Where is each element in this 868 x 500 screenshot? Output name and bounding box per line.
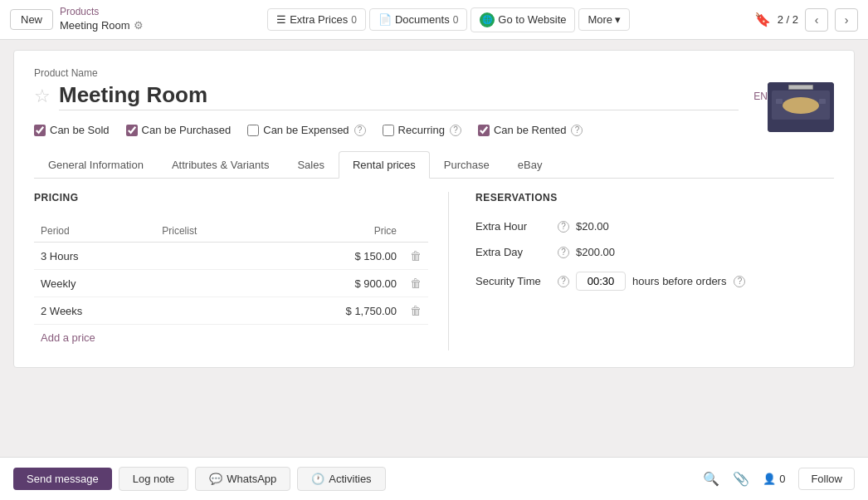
security-time-label: Security Time: [475, 275, 550, 287]
action-cell: 🗑: [403, 243, 428, 270]
can-be-sold-input[interactable]: [34, 125, 46, 136]
tab-attributes-variants[interactable]: Attributes & Variants: [158, 151, 284, 179]
action-column-header: [403, 220, 428, 243]
period-cell: 3 Hours: [34, 243, 155, 270]
whatsapp-icon: 💬: [209, 473, 222, 485]
recurring-help-icon: ?: [450, 125, 461, 136]
period-cell: Weekly: [34, 270, 155, 297]
price-cell: $ 1,750.00: [261, 297, 403, 325]
svg-rect-10: [789, 86, 812, 89]
breadcrumb-current-row: Meeting Room ⚙: [60, 19, 144, 33]
product-name-label: Product Name: [34, 67, 834, 79]
tab-content: PRICING Period Pricelist Price 3 Hours: [34, 192, 834, 350]
tab-sales[interactable]: Sales: [283, 151, 339, 179]
svg-rect-6: [814, 95, 819, 99]
reservations-section: RESERVATIONS Extra Hour ? $20.00 Extra D…: [449, 192, 834, 350]
log-note-button[interactable]: Log note: [119, 467, 189, 491]
send-message-button[interactable]: Send message: [13, 468, 112, 490]
can-be-rented-input[interactable]: [478, 125, 490, 136]
main-content: Product Name ☆ EN Can be Sold Can be: [0, 40, 868, 457]
breadcrumb-parent[interactable]: Products: [60, 6, 144, 19]
can-be-sold-checkbox[interactable]: Can be Sold: [34, 124, 110, 136]
hours-before-help-icon: ?: [734, 276, 745, 287]
delete-row-icon[interactable]: 🗑: [410, 277, 422, 290]
extra-prices-count: 0: [351, 14, 357, 26]
list-icon: ☰: [276, 13, 286, 26]
can-be-expensed-checkbox[interactable]: Can be Expensed ?: [247, 124, 365, 136]
follow-button[interactable]: Follow: [798, 468, 855, 490]
go-website-button[interactable]: 🌐 Go to Website: [471, 7, 575, 32]
bottom-right: 🔍 📎 👤 0 Follow: [703, 468, 855, 490]
tab-purchase[interactable]: Purchase: [430, 151, 504, 179]
bookmark-icon[interactable]: 🔖: [754, 12, 771, 27]
table-row: 2 Weeks $ 1,750.00 🗑: [34, 297, 428, 325]
recurring-checkbox[interactable]: Recurring ?: [383, 124, 461, 136]
delete-row-icon[interactable]: 🗑: [410, 249, 422, 262]
language-selector[interactable]: EN: [753, 91, 768, 102]
security-time-input[interactable]: [576, 272, 626, 291]
topbar-right: 🔖 2 / 2 ‹ ›: [754, 8, 858, 32]
activities-button[interactable]: 🕐 Activities: [297, 467, 385, 491]
more-button[interactable]: More ▾: [578, 8, 630, 31]
add-price-link[interactable]: Add a price: [34, 325, 102, 350]
can-be-sold-label: Can be Sold: [50, 124, 110, 136]
recurring-input[interactable]: [383, 125, 394, 136]
topbar: New Products Meeting Room ⚙ ☰ Extra Pric…: [0, 0, 868, 40]
can-be-purchased-checkbox[interactable]: Can be Purchased: [126, 124, 232, 136]
can-be-expensed-input[interactable]: [247, 125, 259, 136]
new-button[interactable]: New: [10, 9, 53, 30]
nav-info: 2 / 2: [778, 13, 798, 26]
pricelist-cell: [155, 243, 261, 270]
recurring-label: Recurring: [398, 124, 445, 136]
can-be-purchased-input[interactable]: [126, 125, 138, 136]
tab-ebay[interactable]: eBay: [504, 151, 557, 179]
product-image[interactable]: [768, 82, 834, 132]
documents-button[interactable]: 📄 Documents 0: [369, 8, 467, 31]
svg-rect-8: [807, 92, 811, 96]
form-card: Product Name ☆ EN Can be Sold Can be: [13, 50, 855, 368]
activities-label: Activities: [329, 473, 371, 485]
tabs-row: General Information Attributes & Variant…: [34, 151, 834, 179]
product-header: ☆ EN Can be Sold Can be Purchased: [34, 82, 834, 136]
paperclip-icon[interactable]: 📎: [733, 471, 749, 487]
tab-general-information[interactable]: General Information: [34, 151, 158, 179]
checkboxes-row: Can be Sold Can be Purchased Can be Expe…: [34, 124, 768, 136]
svg-rect-3: [776, 99, 783, 104]
action-cell: 🗑: [403, 297, 428, 325]
table-row: 3 Hours $ 150.00 🗑: [34, 243, 428, 270]
pricing-table: Period Pricelist Price 3 Hours $ 150.00 …: [34, 220, 428, 325]
can-be-rented-checkbox[interactable]: Can be Rented ?: [478, 124, 583, 136]
bottom-bar: Send message Log note 💬 WhatsApp 🕐 Activ…: [0, 457, 868, 500]
product-title-input[interactable]: [59, 82, 739, 110]
table-row: Weekly $ 900.00 🗑: [34, 270, 428, 297]
whatsapp-button[interactable]: 💬 WhatsApp: [195, 467, 290, 491]
extra-hour-help-icon: ?: [558, 221, 569, 233]
extra-hour-label: Extra Hour: [475, 220, 550, 233]
svg-point-2: [783, 97, 819, 114]
extra-prices-button[interactable]: ☰ Extra Prices 0: [267, 8, 366, 31]
extra-day-value: $200.00: [576, 246, 615, 258]
extra-day-row: Extra Day ? $200.00: [475, 246, 834, 258]
price-cell: $ 900.00: [261, 270, 403, 297]
followers-count: 👤 0: [763, 473, 785, 485]
can-be-purchased-label: Can be Purchased: [142, 124, 232, 136]
can-be-rented-help-icon: ?: [571, 125, 583, 136]
favorite-star-icon[interactable]: ☆: [34, 87, 51, 105]
price-column-header: Price: [261, 220, 403, 243]
topbar-left: New Products Meeting Room ⚙: [10, 6, 144, 32]
delete-row-icon[interactable]: 🗑: [410, 304, 422, 317]
nav-prev-button[interactable]: ‹: [805, 8, 828, 32]
pricelist-cell: [155, 297, 261, 325]
followers-number: 0: [779, 473, 785, 485]
go-website-label: Go to Website: [498, 13, 566, 26]
search-icon[interactable]: 🔍: [703, 471, 719, 487]
product-title-row: ☆ EN: [34, 82, 768, 110]
tab-rental-prices[interactable]: Rental prices: [339, 151, 430, 179]
nav-next-button[interactable]: ›: [835, 8, 858, 32]
pricelist-cell: [155, 270, 261, 297]
globe-icon: 🌐: [480, 12, 495, 27]
whatsapp-label: WhatsApp: [227, 473, 276, 485]
documents-count: 0: [453, 14, 459, 26]
gear-icon[interactable]: ⚙: [134, 19, 144, 33]
breadcrumb-current-label: Meeting Room: [60, 19, 130, 33]
